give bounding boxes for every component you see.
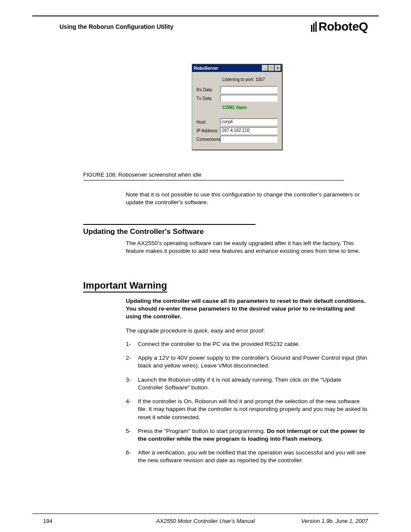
connections-field[interactable]: [220, 136, 277, 143]
host-label: Host:: [196, 120, 220, 124]
heading-warning: Important Warning: [83, 280, 167, 291]
step-text: Apply a 12V to 40V power supply to the c…: [138, 354, 368, 370]
com-status: COM1 Open: [196, 105, 277, 110]
step-number: 2-: [126, 354, 138, 370]
step-number: 4-: [126, 398, 138, 421]
roboserver-window: RoboServer _ □ × Listening to port: 1007…: [192, 64, 282, 150]
procedure-intro: The upgrade procedure is quick, easy and…: [126, 327, 368, 334]
updating-paragraph: The AX2550's operating software can be e…: [126, 240, 368, 255]
window-body: Listening to port: 1007 Rx Data Tx Data …: [192, 72, 282, 149]
section-title: Using the Roborun Configuration Utility: [59, 23, 173, 30]
step-text: Press the "Program" button to start prog…: [138, 427, 368, 443]
logo-bars-icon: [311, 22, 317, 32]
host-field[interactable]: corp4: [220, 118, 277, 125]
step-text: If the controller is On, Roborun will fi…: [138, 398, 368, 421]
figure-rule: [83, 180, 344, 180]
tx-field[interactable]: [220, 95, 277, 102]
brand-text: RoboteQ: [318, 20, 368, 34]
step-number: 6-: [126, 449, 138, 464]
window-title: RoboServer: [194, 66, 218, 71]
ip-field[interactable]: 167.4.182.110: [220, 127, 277, 134]
figure-caption: FIGURE 108. Roboserver screenshot when i…: [83, 171, 202, 178]
bottom-rule: [32, 513, 379, 514]
step-text: Connect the controller to the PC via the…: [138, 340, 368, 348]
heading-updating: Updating the Controller's Software: [83, 227, 204, 236]
page-header: Using the Roborun Configuration Utility …: [59, 20, 368, 34]
minimize-icon[interactable]: _: [262, 65, 268, 71]
tx-label: Tx Data: [196, 96, 220, 101]
list-item: 3- Launch the Roborun utility if it is n…: [126, 376, 368, 392]
connections-label: Connections:: [196, 137, 220, 142]
list-item: 2- Apply a 12V to 40V power supply to th…: [126, 354, 368, 370]
list-item: 6- After a verification, you will be not…: [126, 449, 368, 464]
list-item: 4- If the controller is On, Roborun will…: [126, 398, 368, 421]
warning-paragraph: Updating the controller will cause all i…: [126, 297, 368, 321]
ip-label: IP Address:: [196, 128, 220, 133]
rx-field[interactable]: [220, 86, 277, 93]
step-number: 3-: [126, 376, 138, 392]
brand-logo: RoboteQ: [311, 20, 368, 34]
step-text: After a verification, you will be notifi…: [138, 449, 368, 464]
step-number: 5-: [126, 427, 138, 443]
step-text: Launch the Roborun utility if it is not …: [138, 376, 368, 392]
note-paragraph: Note that it is not possible to use this…: [126, 191, 368, 206]
rx-label: Rx Data: [196, 87, 220, 92]
window-titlebar: RoboServer _ □ ×: [192, 64, 282, 72]
list-item: 1- Connect the controller to the PC via …: [126, 340, 368, 348]
maximize-icon[interactable]: □: [268, 65, 274, 71]
window-controls: _ □ ×: [262, 65, 281, 71]
heading-warning-container: Important Warning: [83, 280, 167, 292]
top-rule: [32, 16, 379, 16]
step-number: 1-: [126, 340, 138, 348]
page-footer: 194 AX2550 Motor Controller User's Manua…: [43, 518, 368, 524]
close-icon[interactable]: ×: [275, 65, 281, 71]
listening-status: Listening to port: 1007: [196, 77, 277, 82]
list-item: 5- Press the "Program" button to start p…: [126, 427, 368, 443]
footer-title: AX2550 Motor Controller User's Manual: [43, 518, 368, 524]
heading-rule: [83, 224, 255, 225]
procedure-list: 1- Connect the controller to the PC via …: [126, 340, 368, 471]
